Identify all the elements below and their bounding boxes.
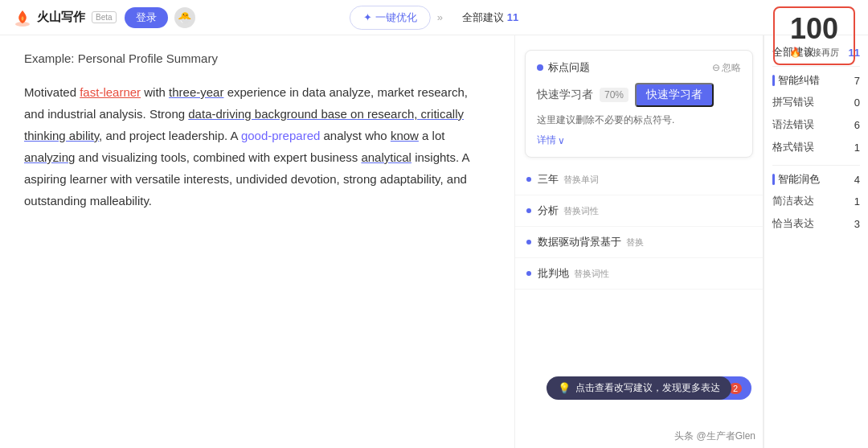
sidebar-item-concise[interactable]: 简洁表达 1 bbox=[772, 190, 860, 212]
doc-title: Example: Personal Profile Summary bbox=[24, 51, 490, 65]
logo-icon bbox=[13, 8, 32, 27]
category-bar-runse bbox=[772, 174, 775, 185]
card-detail-button[interactable]: 详情 ∨ bbox=[537, 134, 741, 147]
row-tag-2: 替换 bbox=[626, 236, 644, 249]
text-three-year: three-year bbox=[169, 85, 223, 99]
sidebar-item-format[interactable]: 格式错误 1 bbox=[772, 136, 860, 158]
tooltip-text: 点击查看改写建议，发现更多表达 bbox=[575, 381, 720, 395]
sidebar-grammar-label: 语法错误 bbox=[772, 117, 814, 132]
optimize-button[interactable]: ✦ 一键优化 bbox=[350, 6, 431, 30]
suggestion-card: 标点问题 ⊖ 忽略 快速学习者 70% 快速学习者 这里建议删除不必要的标点符号… bbox=[525, 50, 753, 158]
ignore-label: 忽略 bbox=[722, 61, 741, 75]
sidebar-grammar-count: 6 bbox=[854, 119, 860, 131]
suggestion-row-2[interactable]: 数据驱动背景基于 替换 bbox=[515, 227, 763, 258]
chevron-right-icon: » bbox=[437, 11, 443, 23]
row-text-3: 批判地 bbox=[538, 266, 569, 281]
suggestions-label: 全部建议 11 bbox=[462, 10, 518, 25]
card-type: 标点问题 bbox=[537, 60, 590, 75]
optimize-label: 一键优化 bbox=[375, 10, 417, 25]
cat-jiucuo-label: 智能纠错 bbox=[778, 73, 820, 88]
spark-icon: ✦ bbox=[363, 11, 372, 23]
row-dot-2 bbox=[526, 240, 531, 245]
text-and-proj: , and project leadership. A bbox=[99, 129, 241, 142]
suggestion-row-3[interactable]: 批判地 替换词性 bbox=[515, 258, 763, 290]
cat-jiucuo-count: 7 bbox=[854, 75, 860, 87]
sidebar-proper-count: 3 bbox=[854, 218, 860, 230]
sidebar-item-proper[interactable]: 恰当表达 3 bbox=[772, 212, 860, 235]
text-with: with bbox=[141, 85, 169, 99]
word-options: 快速学习者 70% 快速学习者 bbox=[537, 83, 741, 107]
row-dot-3 bbox=[526, 271, 531, 276]
sidebar-cat-jiucuo: 智能纠错 7 bbox=[772, 73, 860, 88]
avatar: 🐣 bbox=[174, 7, 195, 28]
card-type-label: 标点问题 bbox=[548, 60, 590, 75]
score-value: 100 bbox=[789, 13, 839, 45]
ignore-button[interactable]: ⊖ 忽略 bbox=[712, 61, 741, 75]
sidebar-cat-runse: 智能润色 4 bbox=[772, 172, 860, 187]
sidebar-spell-count: 0 bbox=[854, 97, 860, 109]
row-tag-1: 替换词性 bbox=[563, 205, 599, 217]
sidebar-format-label: 格式错误 bbox=[772, 140, 814, 154]
word-original: 快速学习者 bbox=[537, 88, 593, 102]
main-area: Example: Personal Profile Summary Motiva… bbox=[0, 35, 868, 448]
text-alot: a lot bbox=[419, 129, 445, 142]
logo-area: 火山写作 Beta bbox=[13, 8, 117, 27]
tooltip-bar: 💡 点击查看改写建议，发现更多表达 bbox=[547, 376, 731, 400]
cat-runse-count: 4 bbox=[854, 174, 860, 186]
text-good-prepared: good-prepared bbox=[241, 129, 320, 142]
sidebar-concise-count: 1 bbox=[854, 195, 860, 208]
editor-area[interactable]: Example: Personal Profile Summary Motiva… bbox=[0, 35, 514, 448]
login-button[interactable]: 登录 bbox=[125, 7, 168, 28]
text-know: know bbox=[391, 129, 419, 142]
card-dot bbox=[537, 64, 543, 71]
row-text-0: 三年 bbox=[538, 172, 559, 187]
sidebar-format-count: 1 bbox=[854, 142, 860, 154]
card-desc: 这里建议删除不必要的标点符号. bbox=[537, 113, 741, 127]
sidebar-divider-2 bbox=[772, 165, 860, 166]
row-dot bbox=[526, 177, 531, 182]
category-bar-jiucuo bbox=[772, 75, 775, 86]
word-suggested-button[interactable]: 快速学习者 bbox=[635, 83, 714, 107]
chevron-down-icon: ∨ bbox=[558, 135, 565, 146]
text-and-vis: and visualizing tools, combined with exp… bbox=[75, 150, 361, 164]
doc-body: Motivated fast-learner with three-year e… bbox=[24, 81, 490, 212]
cat-runse-label: 智能润色 bbox=[778, 172, 820, 187]
sidebar-proper-label: 恰当表达 bbox=[772, 216, 814, 231]
right-sidebar: 全部建议 11 智能纠错 7 拼写错误 0 语法错误 6 格式错误 1 智能润色… bbox=[764, 35, 868, 448]
center-tools: ✦ 一键优化 » 全部建议 11 bbox=[350, 6, 518, 30]
row-dot-1 bbox=[526, 208, 531, 213]
card-header: 标点问题 ⊖ 忽略 bbox=[537, 60, 741, 75]
suggestions-count: 11 bbox=[507, 11, 518, 23]
suggestions-text: 全部建议 bbox=[462, 11, 504, 23]
suggestion-panel: 标点问题 ⊖ 忽略 快速学习者 70% 快速学习者 这里建议删除不必要的标点符号… bbox=[514, 35, 764, 448]
logo-text: 火山写作 bbox=[37, 10, 85, 25]
fire-icon: 🔥 bbox=[789, 47, 801, 58]
suggestion-row-1[interactable]: 分析 替换词性 bbox=[515, 195, 763, 227]
row-text-2: 数据驱动背景基于 bbox=[538, 235, 621, 249]
sidebar-divider-1 bbox=[772, 66, 860, 67]
word-badge: 70% bbox=[600, 88, 628, 102]
text-motivated: Motivated bbox=[24, 85, 80, 99]
row-tag-0: 替换单词 bbox=[563, 174, 599, 186]
row-text-1: 分析 bbox=[538, 203, 559, 218]
sidebar-concise-label: 简洁表达 bbox=[772, 194, 814, 208]
watermark: 头条 @生产者Glen bbox=[674, 430, 755, 443]
text-analyzing: analyzing bbox=[24, 150, 75, 164]
detail-label: 详情 bbox=[537, 134, 556, 147]
circle-icon: ⊖ bbox=[712, 62, 720, 73]
sidebar-spell-label: 拼写错误 bbox=[772, 95, 814, 109]
sidebar-item-grammar[interactable]: 语法错误 6 bbox=[772, 113, 860, 136]
text-fast-learner: fast-learner bbox=[80, 85, 141, 99]
score-sublabel: 🔥 再接再厉 bbox=[789, 47, 839, 59]
text-analyst: analyst who bbox=[320, 129, 391, 142]
topnav: 火山写作 Beta 登录 🐣 ✦ 一键优化 » 全部建议 11 100 🔥 再接… bbox=[0, 0, 868, 35]
bulb-icon: 💡 bbox=[558, 382, 571, 394]
score-sub-text: 再接再厉 bbox=[804, 47, 839, 59]
sidebar-item-spell[interactable]: 拼写错误 0 bbox=[772, 91, 860, 113]
row-tag-3: 替换词性 bbox=[574, 268, 609, 280]
beta-badge: Beta bbox=[92, 11, 117, 23]
suggestion-row-0[interactable]: 三年 替换单词 bbox=[515, 164, 763, 195]
text-analytical: analytical bbox=[361, 150, 411, 164]
score-box: 100 🔥 再接再厉 bbox=[773, 6, 855, 65]
